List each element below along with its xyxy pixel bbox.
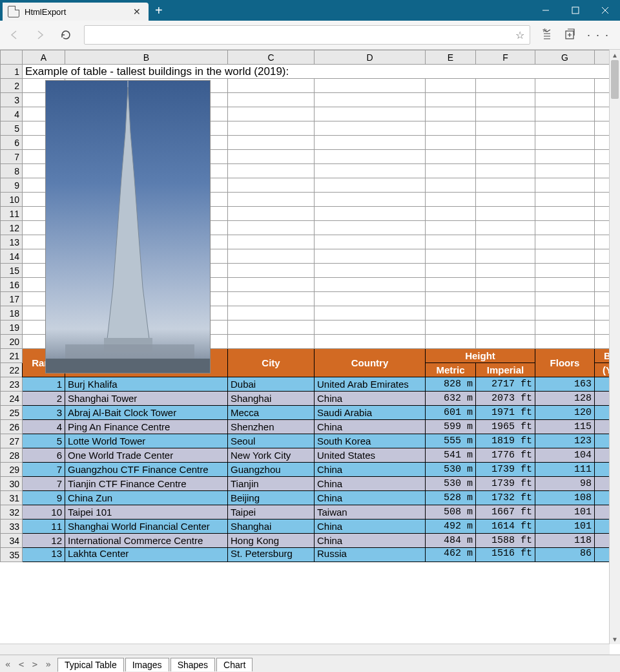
cell[interactable] <box>476 292 535 306</box>
cell-rank[interactable]: 7 <box>23 477 65 491</box>
cell[interactable] <box>426 335 476 349</box>
new-tab-button[interactable]: + <box>149 0 169 21</box>
spreadsheet-area[interactable]: A B C D E F G 1Example of table - talles… <box>0 50 610 644</box>
cell-city[interactable]: Mecca <box>228 406 315 420</box>
col-header[interactable]: D <box>315 50 426 65</box>
cell[interactable] <box>426 121 476 136</box>
cell-city[interactable]: St. Petersburg <box>228 548 315 562</box>
cell-building[interactable]: One World Trade Center <box>65 448 228 463</box>
row-header[interactable]: 20 <box>1 335 23 349</box>
cell-imperial[interactable]: 1739 ft <box>476 477 535 491</box>
row-header[interactable]: 7 <box>1 150 23 164</box>
cell-country[interactable]: Saudi Arabia <box>315 406 426 420</box>
cell-floors[interactable]: 86 <box>535 548 595 562</box>
cell-building[interactable]: Burj Khalifa <box>65 377 228 392</box>
cell-rank[interactable]: 1 <box>23 377 65 392</box>
cell[interactable] <box>228 164 315 178</box>
cell[interactable] <box>228 193 315 207</box>
cell[interactable] <box>228 235 315 249</box>
cell[interactable] <box>228 306 315 320</box>
cell-extra[interactable] <box>595 548 610 562</box>
cell-building[interactable]: Shanghai World Financial Center <box>65 520 228 534</box>
cell[interactable] <box>595 306 610 320</box>
row-header[interactable]: 6 <box>1 136 23 150</box>
cell[interactable] <box>595 93 610 107</box>
row-header[interactable]: 16 <box>1 278 23 292</box>
cell[interactable] <box>595 121 610 136</box>
cell-metric[interactable]: 541 m <box>426 448 476 463</box>
row-header[interactable]: 30 <box>1 477 23 491</box>
refresh-button[interactable] <box>58 27 74 43</box>
cell[interactable] <box>315 79 426 93</box>
row-header[interactable]: 21 <box>1 349 23 363</box>
cell[interactable] <box>426 278 476 292</box>
row-header[interactable]: 1 <box>1 65 23 79</box>
cell[interactable] <box>595 150 610 164</box>
cell[interactable] <box>315 335 426 349</box>
cell-extra[interactable] <box>595 377 610 392</box>
cell-extra[interactable] <box>595 477 610 491</box>
cell-floors[interactable]: 111 <box>535 463 595 477</box>
row-header[interactable]: 11 <box>1 207 23 221</box>
cell-extra[interactable] <box>595 463 610 477</box>
cell-building[interactable]: China Zun <box>65 491 228 505</box>
hdr-imperial[interactable]: Imperial <box>476 363 535 377</box>
hdr-city[interactable]: City <box>228 349 315 377</box>
row-header[interactable]: 3 <box>1 93 23 107</box>
cell-metric[interactable]: 632 m <box>426 392 476 406</box>
cell[interactable] <box>315 264 426 278</box>
cell[interactable] <box>476 164 535 178</box>
cell[interactable] <box>426 79 476 93</box>
cell-extra[interactable] <box>595 520 610 534</box>
cell-imperial[interactable]: 1965 ft <box>476 420 535 434</box>
cell[interactable] <box>476 249 535 264</box>
col-header[interactable]: A <box>23 50 65 65</box>
cell-building[interactable]: International Commerce Centre <box>65 534 228 548</box>
cell-country[interactable]: China <box>315 534 426 548</box>
cell-floors[interactable]: 101 <box>535 520 595 534</box>
cell[interactable] <box>315 207 426 221</box>
row-header[interactable]: 5 <box>1 121 23 136</box>
cell-rank[interactable]: 5 <box>23 434 65 448</box>
row-header[interactable]: 25 <box>1 406 23 420</box>
cell[interactable] <box>228 292 315 306</box>
cell-building[interactable]: Ping An Finance Centre <box>65 420 228 434</box>
cell-rank[interactable]: 6 <box>23 448 65 463</box>
cell[interactable] <box>228 320 315 335</box>
cell-country[interactable]: United Arab Emirates <box>315 377 426 392</box>
cell-building[interactable]: Abraj Al-Bait Clock Tower <box>65 406 228 420</box>
cell[interactable] <box>595 136 610 150</box>
cell[interactable] <box>315 164 426 178</box>
cell[interactable] <box>228 93 315 107</box>
cell-metric[interactable]: 530 m <box>426 463 476 477</box>
cell[interactable] <box>535 249 595 264</box>
cell-building[interactable]: Lakhta Center <box>65 548 228 562</box>
cell-imperial[interactable]: 1819 ft <box>476 434 535 448</box>
cell-rank[interactable]: 2 <box>23 392 65 406</box>
cell[interactable] <box>426 235 476 249</box>
cell-rank[interactable]: 9 <box>23 491 65 505</box>
cell-country[interactable]: China <box>315 491 426 505</box>
url-input[interactable] <box>90 30 510 41</box>
cell[interactable] <box>595 249 610 264</box>
cell-metric[interactable]: 555 m <box>426 434 476 448</box>
cell[interactable] <box>228 207 315 221</box>
col-header[interactable]: F <box>476 50 535 65</box>
cell[interactable] <box>595 320 610 335</box>
cell[interactable] <box>315 278 426 292</box>
col-header[interactable]: C <box>228 50 315 65</box>
col-header[interactable] <box>595 50 610 65</box>
cell[interactable] <box>228 264 315 278</box>
row-header[interactable]: 35 <box>1 548 23 562</box>
cell[interactable] <box>535 221 595 235</box>
cell[interactable] <box>535 136 595 150</box>
cell-metric[interactable]: 601 m <box>426 406 476 420</box>
cell[interactable] <box>426 150 476 164</box>
cell[interactable] <box>315 320 426 335</box>
cell-building[interactable]: Lotte World Tower <box>65 434 228 448</box>
cell[interactable] <box>315 93 426 107</box>
cell-imperial[interactable]: 1739 ft <box>476 463 535 477</box>
cell-floors[interactable]: 101 <box>535 505 595 520</box>
cell[interactable] <box>595 164 610 178</box>
sheet-tab[interactable]: Images <box>125 658 169 671</box>
